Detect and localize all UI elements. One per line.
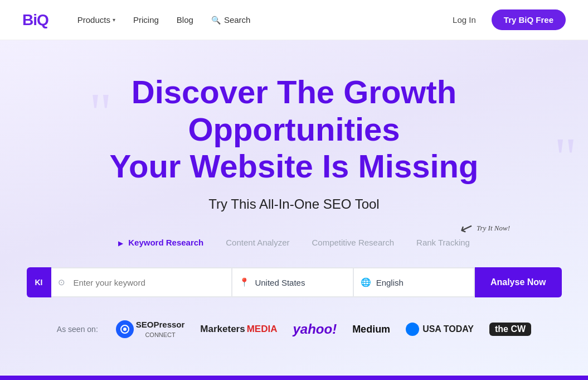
country-input[interactable] — [232, 267, 353, 297]
brand-yahoo: yahoo! — [293, 321, 337, 337]
try-biq-button[interactable]: Try BiQ Free — [492, 9, 566, 30]
deco-quotes-right: " — [554, 129, 577, 185]
tool-tabs: Keyword Research Content Analyzer Compet… — [22, 234, 566, 251]
logo[interactable]: BiQ — [22, 11, 48, 29]
navbar: BiQ Products ▾ Pricing Blog 🔍 Search Log… — [0, 0, 588, 40]
tool-tabs-container: Keyword Research Content Analyzer Compet… — [22, 234, 566, 251]
hero-subtitle: Try This All-In-One SEO Tool — [22, 196, 566, 212]
tab-rank-tracking[interactable]: Rank Tracking — [416, 234, 470, 251]
keyword-input-wrap: ⊙ — [51, 267, 233, 297]
tab-content-analyzer[interactable]: Content Analyzer — [226, 234, 289, 251]
as-seen-on-bar: As seen on: SEOPressorCONNECT MarketersM… — [22, 320, 566, 339]
brand-medium: Medium — [352, 324, 390, 335]
search-icon: 🔍 — [211, 16, 221, 25]
try-it-text: Try It Now! — [477, 224, 510, 233]
nav-blog[interactable]: Blog — [170, 11, 200, 29]
nav-links: Products ▾ Pricing Blog 🔍 Search — [71, 11, 446, 29]
usatoday-dot — [406, 323, 419, 336]
language-input[interactable] — [354, 267, 475, 297]
country-input-wrap: 📍 — [232, 267, 353, 297]
brand-marketersmedia: MarketersMEDIA — [200, 324, 277, 335]
chevron-down-icon: ▾ — [113, 17, 115, 23]
nav-products[interactable]: Products ▾ — [71, 11, 122, 29]
tab-keyword-research[interactable]: Keyword Research — [118, 234, 203, 251]
nav-search[interactable]: 🔍 Search — [205, 11, 257, 29]
brand-cw: the CW — [489, 323, 531, 336]
hero-title: Discover The Growth Opportunities Your W… — [43, 74, 545, 185]
analyse-button[interactable]: Analyse Now — [475, 267, 562, 297]
ki-badge: KI — [27, 267, 51, 297]
brand-seopressor: SEOPressorCONNECT — [116, 320, 185, 339]
nav-pricing[interactable]: Pricing — [127, 11, 166, 29]
brand-usatoday: USA TODAY — [406, 323, 474, 336]
usatoday-text: USA TODAY — [422, 324, 474, 334]
nav-right: Log In Try BiQ Free — [446, 9, 566, 30]
hero-section: " " Discover The Growth Opportunities Yo… — [0, 40, 588, 375]
seopressor-circle — [116, 320, 134, 338]
language-input-wrap: 🌐 — [354, 267, 475, 297]
location-icon: 📍 — [239, 277, 250, 287]
tab-competitive-research[interactable]: Competitive Research — [312, 234, 395, 251]
as-seen-label: As seen on: — [57, 325, 98, 334]
keyword-search-icon: ⊙ — [58, 277, 65, 287]
search-bar: KI ⊙ 📍 🌐 Analyse Now — [27, 267, 562, 297]
login-button[interactable]: Log In — [446, 11, 483, 29]
keyword-input[interactable] — [51, 267, 233, 297]
language-icon: 🌐 — [361, 277, 371, 287]
